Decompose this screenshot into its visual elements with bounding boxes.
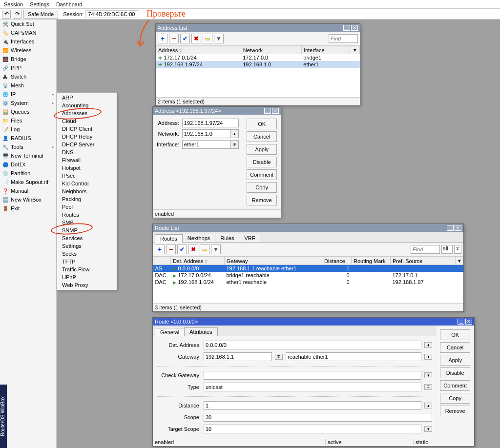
spinner-icon[interactable]: ♦: [424, 342, 432, 348]
filter-button[interactable]: ▼: [211, 244, 221, 254]
enable-button[interactable]: ✔: [177, 244, 187, 254]
col-network[interactable]: Network: [241, 46, 301, 54]
ok-button[interactable]: OK: [247, 119, 277, 129]
nav-item-bridge[interactable]: 🌉Bridge: [0, 55, 56, 63]
nav-item-switch[interactable]: 🖧Switch: [0, 72, 56, 81]
close-icon[interactable]: ✕: [465, 319, 472, 325]
enable-button[interactable]: ✔: [180, 34, 190, 43]
disable-button[interactable]: ✖: [191, 34, 201, 43]
table-row[interactable]: AS▶0.0.0.0/0192.168.1.1 reachable ether1…: [153, 265, 463, 272]
col-distance[interactable]: Distance: [322, 257, 352, 265]
nav-item-make-supout-rif[interactable]: 📄Make Supout.rif: [0, 178, 56, 186]
col-dst[interactable]: Dst. Address▽: [171, 257, 225, 265]
submenu-item-routes[interactable]: Routes: [57, 211, 117, 219]
nav-item-mesh[interactable]: 📡Mesh: [0, 81, 56, 90]
nav-item-new-terminal[interactable]: 🖥️New Terminal: [0, 151, 56, 160]
window-title[interactable]: Route <0.0.0.0/0> ▁ ✕: [153, 318, 474, 326]
tab-routes[interactable]: Routes: [155, 234, 183, 243]
tab-attributes[interactable]: Attributes: [184, 327, 217, 336]
dropdown-icon[interactable]: ∓: [424, 384, 432, 390]
remove-button[interactable]: −: [169, 34, 179, 43]
copy-button[interactable]: Copy: [440, 393, 470, 404]
apply-button[interactable]: Apply: [440, 355, 470, 366]
submenu-item-neighbors[interactable]: Neighbors: [57, 187, 117, 195]
minimize-icon[interactable]: ▁: [264, 108, 271, 114]
find-input[interactable]: [411, 245, 440, 254]
submenu-item-addresses[interactable]: Addresses: [57, 109, 117, 117]
undo-button[interactable]: ↶: [2, 10, 11, 19]
menu-dashboard[interactable]: Dashboard: [56, 1, 83, 7]
copy-button[interactable]: Copy: [247, 182, 277, 193]
menu-session[interactable]: Session: [4, 1, 23, 7]
submenu-item-dns[interactable]: DNS: [57, 148, 117, 156]
filter-button[interactable]: ▼: [214, 34, 224, 43]
submenu-item-arp[interactable]: ARP: [57, 94, 117, 102]
add-button[interactable]: +: [158, 34, 167, 43]
find-input[interactable]: [329, 34, 358, 43]
nav-item-ppp[interactable]: 🔗PPP: [0, 63, 56, 72]
submenu-item-dhcp-client[interactable]: DHCP Client: [57, 125, 117, 133]
cancel-button[interactable]: Cancel: [247, 131, 277, 142]
distance-input[interactable]: [204, 401, 421, 410]
nav-item-interfaces[interactable]: 🔌Interfaces: [0, 37, 56, 46]
tab-general[interactable]: General: [155, 328, 185, 336]
target-scope-input[interactable]: [204, 425, 421, 433]
comment-button[interactable]: ▭: [200, 244, 209, 254]
comment-button[interactable]: Comment: [247, 169, 277, 180]
submenu-item-ipsec[interactable]: IPsec: [57, 172, 117, 180]
dropdown-icon[interactable]: ∓: [231, 140, 239, 149]
scope-input[interactable]: [204, 413, 432, 422]
close-icon[interactable]: ✕: [351, 25, 358, 31]
nav-item-radius[interactable]: 👤RADIUS: [0, 134, 56, 143]
comment-button[interactable]: ▭: [203, 34, 212, 43]
minimize-icon[interactable]: ▁: [447, 225, 454, 231]
submenu-item-hotspot[interactable]: Hotspot: [57, 164, 117, 172]
close-icon[interactable]: ✕: [272, 108, 279, 114]
nav-item-partition[interactable]: 💿Partition: [0, 169, 56, 178]
comment-button[interactable]: Comment: [440, 380, 470, 391]
dst-input[interactable]: [204, 341, 421, 349]
nav-item-wireless[interactable]: 📶Wireless: [0, 46, 56, 55]
submenu-item-dhcp-server[interactable]: DHCP Server: [57, 141, 117, 148]
tab-rules[interactable]: Rules: [215, 234, 239, 242]
col-address[interactable]: Address▽: [156, 46, 241, 54]
nav-item-system[interactable]: ⚙️System▸: [0, 99, 56, 107]
down-icon[interactable]: ▾: [424, 426, 432, 432]
submenu-item-kid-control[interactable]: Kid Control: [57, 180, 117, 187]
disable-button[interactable]: Disable: [247, 157, 277, 167]
submenu-item-dhcp-relay[interactable]: DHCP Relay: [57, 133, 117, 141]
col-interface[interactable]: Interface: [301, 46, 350, 54]
nav-item-queues[interactable]: 🧮Queues: [0, 107, 56, 116]
apply-button[interactable]: Apply: [247, 144, 277, 155]
table-row[interactable]: DAC▶192.168.1.0/24ether1 reachable0192.1…: [153, 279, 463, 285]
nav-item-files[interactable]: 📁Files: [0, 116, 56, 125]
window-title[interactable]: Address <192.168.1.97/24> ▁ ✕: [153, 107, 281, 115]
submenu-item-settings[interactable]: Settings: [57, 242, 117, 250]
col-pref-source[interactable]: Pref. Source: [391, 257, 456, 265]
submenu-item-web-proxy[interactable]: Web Proxy: [57, 281, 117, 289]
submenu-item-firewall[interactable]: Firewall: [57, 156, 117, 164]
disable-button[interactable]: ✖: [188, 244, 198, 254]
check-gateway-input[interactable]: [204, 371, 421, 380]
nav-item-exit[interactable]: 🚪Exit: [0, 204, 56, 213]
col-routing-mark[interactable]: Routing Mark: [352, 257, 391, 265]
address-input[interactable]: [182, 119, 239, 127]
up-icon[interactable]: ▴: [231, 129, 239, 138]
filter-select[interactable]: all: [441, 245, 453, 254]
down-icon[interactable]: ▾: [424, 372, 432, 378]
window-title[interactable]: Address List ▁ ✕: [156, 24, 360, 32]
submenu-item-accounting[interactable]: Accounting: [57, 102, 117, 109]
disable-button[interactable]: Disable: [440, 367, 470, 378]
safe-mode-button[interactable]: Safe Mode: [23, 10, 58, 19]
spinner-icon[interactable]: ♦: [424, 354, 432, 360]
nav-item-ip[interactable]: 🌐IP▸: [0, 90, 56, 99]
submenu-item-upnp[interactable]: UPnP: [57, 273, 117, 281]
type-input[interactable]: [204, 383, 421, 391]
nav-item-log[interactable]: 📝Log: [0, 125, 56, 134]
minimize-icon[interactable]: ▁: [343, 25, 350, 31]
ok-button[interactable]: OK: [440, 329, 470, 340]
submenu-item-cloud[interactable]: Cloud: [57, 117, 117, 125]
nav-item-dot1x[interactable]: 🔵Dot1X: [0, 160, 56, 169]
submenu-item-services[interactable]: Services: [57, 234, 117, 242]
table-row[interactable]: ✚192.168.1.97/24192.168.1.0ether1: [156, 61, 360, 68]
